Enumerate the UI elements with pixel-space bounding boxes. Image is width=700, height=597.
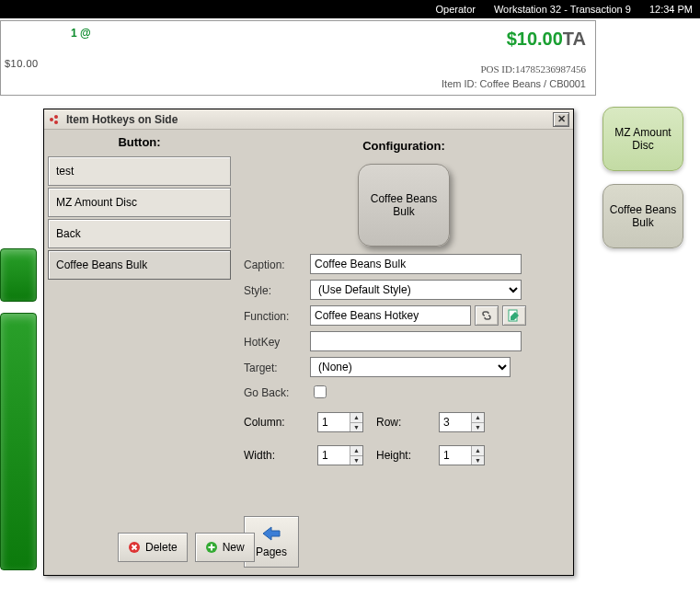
receipt-qty: 1 @ [71,27,91,40]
pencil-icon [508,309,521,322]
delete-button[interactable]: Delete [118,533,188,562]
button-list-item[interactable]: Back [48,219,231,248]
spin-up-icon[interactable]: ▲ [472,413,484,423]
caption-label: Caption: [244,257,310,271]
status-bar: Operator Workstation 32 - Transaction 9 … [0,0,700,18]
button-list-item[interactable]: Coffee Beans Bulk [48,250,231,280]
style-label: Style: [244,282,310,297]
item-hotkeys-dialog: Item Hotkeys on Side ✕ Button: testMZ Am… [43,109,574,576]
preview-hotkey-button: Coffee Beans Bulk [358,164,450,247]
target-select[interactable]: (None) [310,357,511,377]
side-hotkey-mz-amount-disc[interactable]: MZ Amount Disc [602,107,683,171]
plus-icon [205,541,218,554]
edit-function-button[interactable] [502,305,526,326]
spin-up-icon[interactable]: ▲ [350,413,362,423]
caption-input[interactable] [310,254,522,274]
receipt-suffix: TA [563,29,586,49]
function-label: Function: [244,308,310,323]
delete-icon [128,541,141,554]
svg-point-0 [50,118,53,121]
spin-up-icon[interactable]: ▲ [350,446,362,456]
arrow-left-icon [261,525,281,542]
target-label: Target: [244,360,310,374]
function-input[interactable] [310,305,471,326]
hotkey-label: HotKey [244,334,310,349]
receipt-posid: POS ID:14785236987456 [480,63,586,75]
app-icon [48,113,61,126]
column-label: Column: [244,416,310,429]
configuration-column: Configuration: Coffee Beans Bulk Caption… [235,130,573,575]
receipt-subtotal: $10.00 [5,58,39,69]
status-time: 12:34 PM [649,4,693,15]
height-label: Height: [376,449,431,462]
link-icon [480,309,493,322]
side-green-strip [0,243,37,565]
spin-down-icon[interactable]: ▼ [350,456,362,465]
receipt-amount: $10.00 [507,29,563,49]
svg-point-1 [54,115,58,119]
spin-down-icon[interactable]: ▼ [472,423,484,432]
dialog-title: Item Hotkeys on Side [66,113,178,126]
receipt-itemid: Item ID: Coffee Beans / CB0001 [442,78,586,89]
status-workstation: Workstation 32 - Transaction 9 [494,4,631,15]
width-label: Width: [244,449,310,462]
spin-down-icon[interactable]: ▼ [350,423,362,432]
goback-label: Go Back: [244,385,310,399]
button-list-item[interactable]: MZ Amount Disc [48,188,231,217]
height-spinner[interactable]: ▲▼ [439,445,485,465]
button-list: testMZ Amount DiscBackCoffee Beans Bulk [44,156,235,281]
row-spinner[interactable]: ▲▼ [439,412,485,432]
svg-point-2 [54,121,58,124]
hotkey-input[interactable] [310,331,522,351]
side-hotkey-coffee-beans-bulk[interactable]: Coffee Beans Bulk [602,184,683,248]
close-button[interactable]: ✕ [553,112,569,127]
button-column-header: Button: [44,130,235,156]
new-button[interactable]: New [195,533,255,562]
column-spinner[interactable]: ▲▼ [317,412,363,432]
status-operator: Operator [436,4,476,15]
spin-down-icon[interactable]: ▼ [472,456,484,465]
receipt-panel: 1 @ $10.00TA $10.00 POS ID:1478523698745… [0,20,596,96]
link-function-button[interactable] [475,305,499,326]
button-list-column: Button: testMZ Amount DiscBackCoffee Bea… [44,130,235,575]
dialog-titlebar[interactable]: Item Hotkeys on Side ✕ [44,109,573,130]
side-hotkey-column: MZ Amount Disc Coffee Beans Bulk [602,107,683,248]
config-column-header: Configuration: [244,133,564,160]
button-list-item[interactable]: test [48,156,231,186]
receipt-amount-line: $10.00TA [507,29,586,50]
row-label: Row: [376,416,431,429]
width-spinner[interactable]: ▲▼ [317,445,363,465]
goback-checkbox[interactable] [314,385,327,398]
close-icon: ✕ [557,113,566,125]
style-select[interactable]: (Use Default Style) [310,280,522,300]
spin-up-icon[interactable]: ▲ [472,446,484,456]
